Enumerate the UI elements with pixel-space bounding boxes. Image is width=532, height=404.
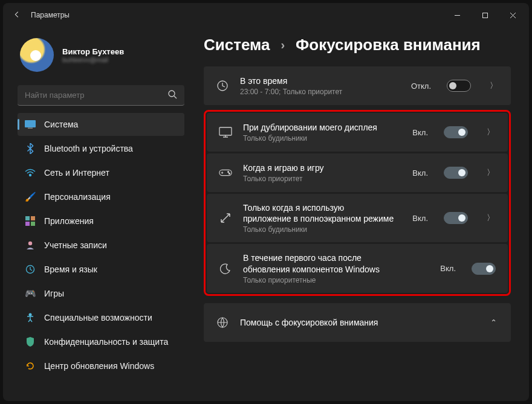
breadcrumb: Система › Фокусировка внимания: [204, 36, 511, 54]
sidebar-item-system[interactable]: Система: [18, 113, 184, 136]
svg-point-16: [229, 173, 230, 174]
row-title: Когда я играю в игру: [243, 162, 401, 173]
sidebar-item-bluetooth[interactable]: Bluetooth и устройства: [18, 137, 184, 160]
row-playing-game[interactable]: Когда я играю в игру Только приоритет Вк…: [207, 153, 508, 192]
sidebar-item-network[interactable]: Сеть и Интернет: [18, 161, 184, 184]
sidebar-item-label: Игры: [44, 289, 64, 298]
breadcrumb-parent[interactable]: Система: [204, 36, 270, 54]
search-box[interactable]: [18, 85, 184, 106]
row-subtitle: Только будильники: [243, 225, 401, 234]
sidebar-item-label: Конфиденциальность и защита: [44, 337, 168, 347]
chevron-right-icon[interactable]: 〉: [485, 167, 496, 178]
gamepad-outline-icon: [219, 168, 232, 178]
toggle-state-label: Вкл.: [412, 128, 428, 137]
sidebar: Виктор Бухтеев buhteevv@mail Система Blu…: [3, 27, 190, 401]
search-icon: [167, 89, 177, 101]
titlebar: Параметры: [3, 3, 529, 27]
svg-rect-8: [31, 222, 35, 226]
sidebar-item-gaming[interactable]: 🎮 Игры: [18, 282, 184, 305]
sidebar-item-accounts[interactable]: Учетные записи: [18, 234, 184, 257]
avatar: [20, 38, 54, 72]
svg-rect-5: [25, 216, 30, 220]
minimize-button[interactable]: [443, 5, 471, 25]
row-title: Только когда я использую приложение в по…: [243, 202, 394, 224]
svg-rect-7: [25, 222, 30, 226]
toggle-state-label: Вкл.: [412, 214, 428, 223]
row-title: При дублировании моего дисплея: [243, 122, 382, 133]
row-title: В течение первого часа после обновления …: [243, 252, 394, 274]
search-input[interactable]: [25, 91, 167, 100]
chevron-right-icon[interactable]: 〉: [488, 80, 499, 91]
row-subtitle: Только приоритет: [243, 175, 401, 183]
svg-point-9: [28, 242, 32, 245]
sidebar-item-label: Специальные возможности: [44, 313, 152, 322]
svg-rect-2: [25, 120, 36, 127]
nav: Система Bluetooth и устройства Сеть и Ин…: [18, 113, 184, 377]
app-title: Параметры: [31, 11, 70, 19]
fullscreen-icon: [219, 212, 232, 224]
sidebar-item-label: Приложения: [44, 216, 94, 226]
maximize-button[interactable]: [471, 5, 499, 25]
sidebar-item-apps[interactable]: Приложения: [18, 210, 184, 232]
shield-icon: [25, 336, 36, 347]
row-during-hours[interactable]: В это время 23:00 - 7:00; Только приорит…: [204, 66, 511, 105]
main-panel: Система › Фокусировка внимания В это вре…: [190, 27, 529, 401]
svg-point-4: [30, 175, 31, 176]
toggle-fullscreen-app[interactable]: [444, 212, 468, 224]
sidebar-item-label: Сеть и Интернет: [44, 168, 109, 178]
toggle-playing-game[interactable]: [444, 167, 468, 179]
monitor-icon: [219, 127, 232, 138]
display-icon: [25, 119, 36, 130]
svg-point-15: [228, 172, 229, 173]
chevron-right-icon: ›: [281, 38, 285, 52]
back-icon[interactable]: [13, 10, 21, 21]
row-duplicate-display[interactable]: При дублировании моего дисплея Только бу…: [207, 113, 508, 152]
accessibility-icon: [25, 312, 36, 323]
svg-point-11: [29, 313, 31, 316]
row-title: Помощь с фокусировкой внимания: [240, 317, 471, 328]
clock-outline-icon: [216, 80, 229, 92]
toggle-during-hours[interactable]: [447, 80, 471, 92]
toggle-duplicate-display[interactable]: [444, 126, 468, 138]
bluetooth-icon: [25, 143, 36, 154]
settings-window: Параметры Виктор Бухтеев buhteevv@mail: [3, 3, 529, 401]
update-icon: [25, 361, 36, 371]
row-subtitle: 23:00 - 7:00; Только приоритет: [240, 88, 400, 96]
wifi-icon: [25, 167, 36, 178]
sidebar-item-update[interactable]: Центр обновления Windows: [18, 354, 184, 377]
sidebar-item-personalization[interactable]: 🖌️ Персонализация: [18, 185, 184, 208]
row-after-update[interactable]: В течение первого часа после обновления …: [207, 244, 508, 292]
row-subtitle: Только приоритетные: [243, 276, 429, 284]
apps-icon: [25, 216, 36, 226]
svg-point-1: [169, 91, 175, 97]
brush-icon: 🖌️: [25, 191, 36, 202]
moon-icon: [219, 263, 232, 274]
chevron-up-icon[interactable]: ⌄: [488, 318, 499, 327]
row-subtitle: Только будильники: [243, 134, 401, 143]
row-fullscreen-app[interactable]: Только когда я использую приложение в по…: [207, 194, 508, 242]
row-title: В это время: [240, 75, 400, 86]
clock-icon: [25, 264, 36, 275]
close-button[interactable]: [499, 5, 527, 25]
profile-name: Виктор Бухтеев: [62, 47, 124, 56]
sidebar-item-label: Центр обновления Windows: [44, 361, 154, 371]
sidebar-item-privacy[interactable]: Конфиденциальность и защита: [18, 330, 184, 353]
svg-rect-13: [219, 127, 232, 135]
toggle-state-label: Вкл.: [440, 264, 456, 273]
chevron-right-icon[interactable]: 〉: [485, 127, 496, 138]
sidebar-item-time[interactable]: Время и язык: [18, 258, 184, 281]
svg-rect-6: [31, 216, 35, 220]
row-help[interactable]: Помощь с фокусировкой внимания ⌄: [204, 303, 511, 342]
toggle-after-update[interactable]: [472, 263, 496, 275]
sidebar-item-label: Bluetooth и устройства: [44, 144, 133, 153]
chevron-right-icon[interactable]: 〉: [485, 213, 496, 223]
sidebar-item-label: Учетные записи: [44, 240, 107, 250]
toggle-state-label: Вкл.: [412, 168, 428, 178]
sidebar-item-accessibility[interactable]: Специальные возможности: [18, 306, 184, 329]
svg-rect-0: [482, 13, 487, 18]
gamepad-icon: 🎮: [25, 288, 36, 299]
highlighted-group: При дублировании моего дисплея Только бу…: [204, 110, 511, 296]
breadcrumb-current: Фокусировка внимания: [296, 36, 481, 54]
profile-email: buhteevv@mail: [62, 56, 124, 63]
profile[interactable]: Виктор Бухтеев buhteevv@mail: [18, 27, 184, 83]
